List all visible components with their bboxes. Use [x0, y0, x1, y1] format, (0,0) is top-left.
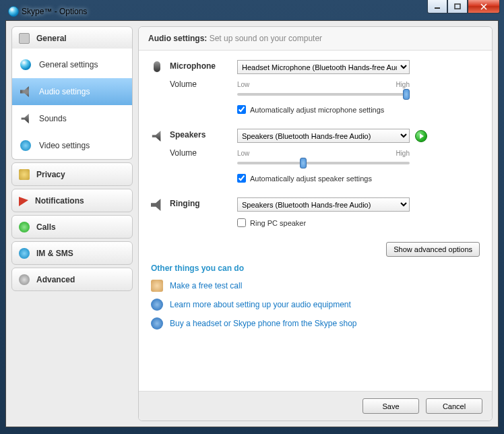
speaker-icon [151, 130, 163, 142]
sidebar-item-audio-settings[interactable]: Audio settings [12, 78, 132, 105]
spk-volume-low: Low [237, 150, 249, 157]
client-area: General General settings Audio settings … [5, 20, 499, 427]
sidebar-cat-advanced[interactable]: Advanced [11, 268, 133, 291]
sidebar-cat-calls[interactable]: Calls [11, 215, 133, 239]
gear-icon [19, 274, 30, 285]
mic-auto-adjust-label: Automatically adjust microphone settings [250, 106, 384, 114]
sidebar-cat-label: Calls [36, 222, 56, 232]
flag-icon [19, 197, 28, 206]
test-speaker-button[interactable] [415, 130, 427, 142]
sidebar-item-label: Audio settings [39, 87, 90, 96]
sidebar-cat-privacy[interactable]: Privacy [11, 162, 133, 186]
window-title: Skype™ - Options [22, 7, 87, 16]
test-call-icon [151, 280, 163, 292]
sidebar-item-label: Video settings [39, 141, 90, 150]
spk-auto-adjust-label: Automatically adjust speaker settings [250, 175, 372, 183]
panel-header: Audio settings: Set up sound on your com… [139, 27, 492, 51]
ringing-icon [151, 199, 163, 211]
panel-title: Audio settings: [148, 34, 207, 43]
microphone-device-select[interactable]: Headset Microphone (Bluetooth Hands-free… [237, 60, 410, 74]
spk-volume-high: High [396, 150, 410, 157]
skype-icon [8, 6, 19, 17]
save-button[interactable]: Save [363, 398, 419, 414]
chat-icon [19, 248, 30, 259]
mic-auto-adjust-row[interactable]: Automatically adjust microphone settings [237, 105, 480, 114]
lock-icon [19, 169, 30, 180]
spk-auto-adjust-checkbox[interactable] [237, 174, 246, 183]
titlebar[interactable]: Skype™ - Options [5, 5, 499, 20]
microphone-volume-slider[interactable] [237, 93, 410, 96]
panel-body: Microphone Headset Microphone (Bluetooth… [139, 51, 492, 391]
main-panel: Audio settings: Set up sound on your com… [138, 26, 493, 421]
sidebar-item-label: Sounds [39, 114, 67, 123]
sidebar-cat-label: IM & SMS [36, 249, 73, 258]
minimize-icon [434, 3, 441, 10]
sidebar-cat-label: Advanced [36, 275, 75, 284]
mic-volume-high: High [396, 81, 410, 88]
link-buy-headset[interactable]: Buy a headset or Skype phone from the Sk… [170, 319, 357, 328]
show-advanced-button[interactable]: Show advanced options [386, 242, 480, 257]
ringing-label: Ringing [170, 199, 200, 208]
microphone-volume-label: Volume [170, 80, 197, 89]
sidebar-general-children: General settings Audio settings Sounds V… [11, 49, 133, 160]
speakers-device-select[interactable]: Speakers (Bluetooth Hands-free Audio) [237, 129, 410, 143]
speaker-icon [20, 113, 31, 124]
spk-auto-adjust-row[interactable]: Automatically adjust speaker settings [237, 174, 480, 183]
ringing-device-select[interactable]: Speakers (Bluetooth Hands-free Audio) [237, 197, 410, 212]
cart-icon [151, 317, 163, 330]
sidebar-cat-im-sms[interactable]: IM & SMS [11, 241, 133, 265]
sidebar-cat-notifications[interactable]: Notifications [11, 189, 133, 212]
general-icon [19, 33, 30, 44]
sidebar: General General settings Audio settings … [11, 26, 133, 421]
cancel-button[interactable]: Cancel [426, 398, 482, 414]
maximize-icon [454, 3, 461, 10]
webcam-icon [20, 140, 31, 151]
speakers-volume-slider[interactable] [237, 162, 410, 164]
sidebar-cat-general[interactable]: General [11, 26, 133, 50]
ring-pc-checkbox[interactable] [237, 218, 246, 227]
microphone-icon [151, 61, 163, 73]
headset-icon [20, 86, 31, 97]
svg-rect-1 [455, 4, 460, 9]
sidebar-item-video-settings[interactable]: Video settings [12, 132, 132, 159]
window-buttons [427, 0, 500, 13]
sidebar-item-general-settings[interactable]: General settings [12, 51, 132, 78]
sidebar-item-sounds[interactable]: Sounds [12, 105, 132, 132]
link-test-call[interactable]: Make a free test call [170, 281, 242, 290]
minimize-button[interactable] [427, 0, 447, 13]
skype-icon [20, 59, 31, 70]
speakers-volume-label: Volume [170, 148, 197, 158]
close-button[interactable] [468, 0, 500, 13]
ring-pc-label: Ring PC speaker [250, 219, 306, 227]
mic-auto-adjust-checkbox[interactable] [237, 105, 246, 114]
svg-rect-0 [435, 7, 440, 9]
sidebar-cat-label: Notifications [35, 196, 84, 206]
dialog-footer: Save Cancel [139, 391, 492, 421]
link-learn-more[interactable]: Learn more about setting up your audio e… [170, 300, 351, 309]
phone-icon [19, 222, 30, 232]
panel-subtitle: Set up sound on your computer [210, 34, 322, 43]
help-icon [151, 299, 163, 311]
ring-pc-row[interactable]: Ring PC speaker [237, 218, 480, 227]
other-things-title: Other things you can do [151, 264, 480, 273]
window-chrome: Skype™ - Options General General setting… [0, 0, 504, 434]
sidebar-cat-label: General [36, 34, 67, 43]
mic-volume-low: Low [237, 81, 249, 88]
sidebar-cat-label: Privacy [36, 170, 65, 179]
microphone-label: Microphone [170, 61, 216, 71]
close-icon [480, 3, 488, 10]
speakers-label: Speakers [170, 130, 206, 140]
maximize-button[interactable] [447, 0, 468, 13]
sidebar-item-label: General settings [39, 60, 98, 69]
